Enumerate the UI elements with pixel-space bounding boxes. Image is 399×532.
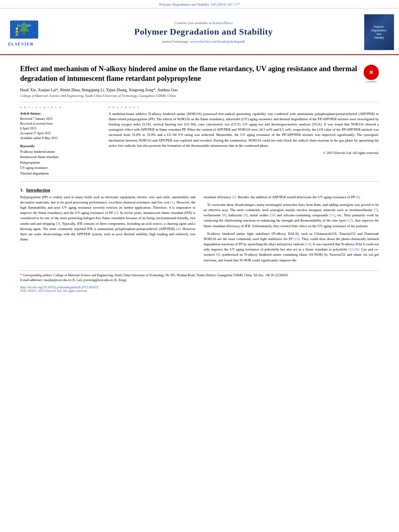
received-date: Received 7 January 2015 xyxy=(20,117,101,121)
affiliation: College of Materials Science and Enginee… xyxy=(20,94,379,98)
main-content: ✕ CrossMark Effect and mechanism of N-al… xyxy=(0,55,399,298)
issn-line: 0141-3910/© 2015 Elsevier Ltd. All right… xyxy=(20,289,379,293)
crossmark-badge[interactable]: ✕ CrossMark xyxy=(364,65,379,80)
keyword-5: Thermal degradation xyxy=(20,171,101,177)
abstract-label: a b s t r a c t xyxy=(109,105,379,109)
intro-p1: Polypropylene (PP) is widely used in man… xyxy=(20,195,195,242)
online-date: Available online 6 May 2015 xyxy=(20,136,101,141)
svg-point-5 xyxy=(16,27,18,30)
history-title: Article history: xyxy=(20,111,101,115)
footnote-email: E-mail addresses: maxjlai@scut.edu.cn (X… xyxy=(20,278,379,283)
journal-citation: Polymer Degradation and Stability 118 (2… xyxy=(159,2,240,6)
homepage-link[interactable]: www.elsevier.com/locate/polydegstab xyxy=(190,39,245,43)
svg-rect-4 xyxy=(23,31,25,35)
intro-right-col: retardant efficiency [5]. Besides, the a… xyxy=(204,195,379,265)
keywords-title: Keywords: xyxy=(20,144,101,148)
authors: Huali Xie, Xuejun Lai*, Rimin Zhou, Hong… xyxy=(20,88,379,92)
keyword-1: N-alkoxy hindered amine xyxy=(20,149,101,155)
footnote-corresponding: * Corresponding authors. College of Mate… xyxy=(20,273,379,278)
intro-r-p2: To overcome these disadvantages, many me… xyxy=(204,202,379,229)
revised-label: Received in revised form xyxy=(20,121,101,126)
journal-cover-image: Polymer Degradation and Stability xyxy=(364,14,394,50)
elsevier-wordmark: ELSEVIER xyxy=(8,41,34,46)
introduction-section: 1. Introduction Polypropylene (PP) is wi… xyxy=(20,187,379,265)
keyword-2: Intumescent flame retardant xyxy=(20,154,101,160)
elsevier-logo-section: ELSEVIER ELSEVIER xyxy=(0,12,48,52)
article-history: Article history: Received 7 January 2015… xyxy=(20,111,101,141)
intro-r-p3: N-alkoxy hindered amine light stabilizer… xyxy=(204,231,379,263)
sciencedirect-link[interactable]: ScienceDirect xyxy=(212,21,232,25)
article-info-col: a r t i c l e i n f o Article history: R… xyxy=(20,105,101,177)
divider-2 xyxy=(20,181,379,182)
keyword-4: UV aging resistance xyxy=(20,165,101,171)
sciencedirect-label: Contents lists available at ScienceDirec… xyxy=(175,21,233,25)
elsevier-tree-icon: ELSEVIER xyxy=(8,18,40,41)
keyword-3: Polypropylene xyxy=(20,160,101,166)
footnotes: * Corresponding authors. College of Mate… xyxy=(20,270,379,293)
divider-1 xyxy=(20,102,379,102)
accepted-date: Accepted 27 April 2015 xyxy=(20,131,101,136)
section-title-intro: 1. Introduction xyxy=(20,187,379,192)
journal-homepage: journal homepage: www.elsevier.com/locat… xyxy=(162,39,245,43)
paper-title: Effect and mechanism of N-alkoxy hindere… xyxy=(20,64,379,84)
doi-link[interactable]: http://dx.doi.org/10.1016/j.polymdegrads… xyxy=(20,285,379,289)
abstract-text: A multifunctional additive N-alkoxy hind… xyxy=(109,111,379,148)
keywords-section: Keywords: N-alkoxy hindered amine Intume… xyxy=(20,144,101,177)
intro-left-col: Polypropylene (PP) is widely used in man… xyxy=(20,195,195,265)
article-info-label: a r t i c l e i n f o xyxy=(20,105,101,109)
journal-banner: ELSEVIER ELSEVIER Contents lists availab… xyxy=(0,8,399,55)
article-meta-section: a r t i c l e i n f o Article history: R… xyxy=(20,105,379,177)
copyright-notice: © 2015 Elsevier Ltd. All rights reserved… xyxy=(109,151,379,155)
elsevier-logo: ELSEVIER ELSEVIER xyxy=(8,18,40,46)
journal-header: Polymer Degradation and Stability 118 (2… xyxy=(0,0,399,8)
intro-body: Polypropylene (PP) is widely used in man… xyxy=(20,195,379,265)
intro-r-p1: retardant efficiency [5]. Besides, the a… xyxy=(204,195,379,200)
revised-date: 8 April 2015 xyxy=(20,126,101,131)
cover-journal-name: Polymer Degradation and Stability xyxy=(371,25,387,39)
journal-title-section: Contents lists available at ScienceDirec… xyxy=(48,12,359,52)
journal-cover-section: Polymer Degradation and Stability xyxy=(359,12,399,52)
journal-name: Polymer Degradation and Stability xyxy=(134,27,273,37)
abstract-col: a b s t r a c t A multifunctional additi… xyxy=(109,105,379,177)
